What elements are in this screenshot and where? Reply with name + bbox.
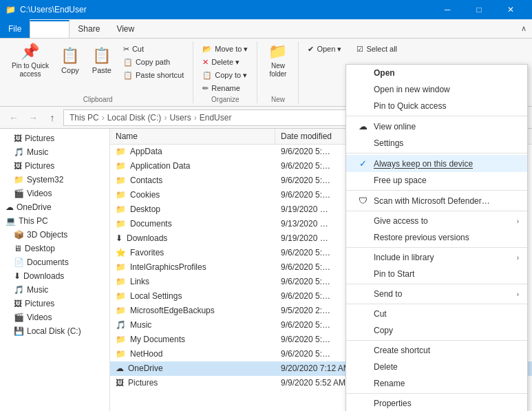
nav-item-onedrive[interactable]: ☁ OneDrive — [0, 200, 109, 214]
file-icon: 📁 — [116, 176, 126, 185]
ctx-give-access[interactable]: Give access to› — [346, 213, 527, 229]
nav-item-thispc[interactable]: 💻 This PC — [0, 214, 109, 228]
nav-item-pictures[interactable]: 🖼 Pictures — [0, 131, 109, 145]
checkmark-icon: ✓ — [357, 158, 368, 169]
nav-item-desktop[interactable]: 🖥 Desktop — [0, 242, 109, 255]
up-button[interactable]: ↑ — [44, 109, 61, 126]
copy-button[interactable]: 📋 Copy — [55, 41, 85, 80]
file-name: Music — [130, 320, 151, 330]
tab-file[interactable]: File — [0, 19, 30, 38]
ctx-always-keep[interactable]: ✓Always keep on this device — [346, 155, 527, 172]
back-button[interactable]: ← — [6, 109, 22, 126]
ctx-item-label: Scan with Microsoft Defender… — [374, 196, 490, 206]
nav-item-videos2[interactable]: 🎬 Videos — [0, 310, 109, 324]
rename-button[interactable]: ✏ Rename — [198, 82, 253, 94]
breadcrumb-users[interactable]: Users — [169, 113, 191, 123]
ctx-rename[interactable]: Rename — [346, 375, 527, 394]
file-name: Pictures — [128, 378, 158, 388]
move-to-button[interactable]: 📂 Move to ▾ — [198, 43, 253, 55]
copy-path-button[interactable]: 📋 Copy path — [118, 56, 189, 68]
file-name: AppData — [130, 147, 162, 156]
ctx-delete[interactable]: Delete — [346, 359, 527, 375]
delete-button[interactable]: ✕ Delete ▾ — [198, 56, 253, 68]
file-icon: ⬇ — [116, 233, 123, 243]
organize-small-btns: 📂 Move to ▾ ✕ Delete ▾ 📋 Copy to ▾ ✏ Ren… — [198, 43, 253, 94]
copy-path-icon: 📋 — [123, 58, 133, 67]
new-folder-button[interactable]: 📁 Newfolder — [263, 41, 293, 80]
ctx-pin-quick[interactable]: Pin to Quick access — [346, 98, 527, 116]
open-button[interactable]: ✔ Open ▾ — [303, 43, 346, 55]
nav-label-thispc: This PC — [19, 216, 48, 226]
nav-label-documents: Documents — [27, 257, 69, 267]
file-icon: 📁 — [116, 161, 126, 171]
ctx-create-shortcut[interactable]: Create shortcut — [346, 342, 527, 359]
ctx-open[interactable]: Open — [346, 65, 527, 81]
maximize-button[interactable]: □ — [463, 0, 495, 19]
submenu-arrow: › — [517, 291, 519, 298]
ribbon-collapse-btn[interactable]: ∧ — [521, 24, 526, 33]
tab-share[interactable]: Share — [70, 19, 108, 38]
breadcrumb-thispc[interactable]: This PC — [70, 113, 99, 123]
onedrive-icon: ☁ — [6, 202, 14, 212]
new-label: New — [271, 96, 285, 103]
ctx-view-online[interactable]: ☁View online — [346, 118, 527, 135]
forward-button[interactable]: → — [25, 109, 41, 126]
nav-label-system32: System32 — [27, 175, 63, 185]
file-icon: 📁 — [116, 277, 126, 286]
ctx-item-label: Open in new window — [374, 85, 450, 94]
open-btns: ✔ Open ▾ — [303, 43, 346, 55]
nav-item-pictures3[interactable]: 🖼 Pictures — [0, 297, 109, 310]
ctx-item-label: Open — [374, 68, 395, 78]
ctx-copy[interactable]: Copy — [346, 322, 527, 341]
ctx-item-label: Delete — [374, 362, 398, 372]
nav-item-music[interactable]: 🎵 Music — [0, 145, 109, 159]
ctx-settings[interactable]: Settings — [346, 135, 527, 154]
paste-button[interactable]: 📋 Paste — [87, 41, 117, 80]
ctx-item-label: Copy — [374, 326, 393, 335]
nav-item-documents[interactable]: 📄 Documents — [0, 255, 109, 269]
ctx-cut[interactable]: Cut — [346, 306, 527, 322]
nav-item-system32[interactable]: 📁 System32 — [0, 173, 109, 187]
context-menu: OpenOpen in new windowPin to Quick acces… — [345, 64, 528, 411]
tab-home[interactable]: Home — [30, 20, 70, 38]
select-all-button[interactable]: ☑ Select all — [352, 43, 402, 55]
close-button[interactable]: ✕ — [495, 0, 526, 19]
pictures3-icon: 🖼 — [14, 299, 22, 308]
nav-item-downloads[interactable]: ⬇ Downloads — [0, 269, 109, 283]
breadcrumb-enduser[interactable]: EndUser — [200, 113, 232, 123]
ctx-restore[interactable]: Restore previous versions — [346, 229, 527, 248]
nav-item-music2[interactable]: 🎵 Music — [0, 283, 109, 297]
cut-button[interactable]: ✂ Cut — [118, 43, 189, 55]
nav-item-videos[interactable]: 🎬 Videos — [0, 187, 109, 200]
ctx-free-space[interactable]: Free up space — [346, 172, 527, 191]
file-name: MicrosoftEdgeBackups — [130, 306, 215, 315]
file-name: Cookies — [130, 190, 160, 200]
file-icon: 📁 — [116, 262, 126, 272]
ctx-include-lib[interactable]: Include in library› — [346, 249, 527, 266]
downloads-icon: ⬇ — [14, 271, 21, 281]
ctx-item-label: Create shortcut — [374, 346, 430, 355]
paste-shortcut-label: Paste shortcut — [136, 71, 184, 79]
nav-label-pictures3: Pictures — [25, 299, 54, 308]
music2-icon: 🎵 — [14, 285, 24, 295]
ctx-open-new[interactable]: Open in new window — [346, 81, 527, 98]
file-name: Desktop — [130, 204, 160, 214]
ctx-send-to[interactable]: Send to› — [346, 286, 527, 304]
file-icon: 📁 — [116, 306, 126, 315]
ctx-pin-start[interactable]: Pin to Start — [346, 266, 527, 284]
ctx-scan[interactable]: 🛡Scan with Microsoft Defender… — [346, 192, 527, 211]
ctx-properties[interactable]: Properties — [346, 395, 527, 411]
nav-item-localdisk[interactable]: 💾 Local Disk (C:) — [0, 324, 109, 338]
nav-label-pictures2: Pictures — [25, 161, 54, 171]
col-header-name[interactable]: Name — [110, 129, 275, 144]
nav-item-pictures2[interactable]: 🖼 Pictures — [0, 159, 109, 173]
tab-view[interactable]: View — [108, 19, 142, 38]
ctx-item-label: Settings — [374, 138, 403, 148]
pin-to-quick-access-button[interactable]: 📌 Pin to Quickaccess — [7, 41, 54, 80]
paste-shortcut-button[interactable]: 📋 Paste shortcut — [118, 69, 189, 81]
copy-to-button[interactable]: 📋 Copy to ▾ — [198, 69, 253, 81]
cut-icon: ✂ — [123, 45, 129, 54]
minimize-button[interactable]: ─ — [432, 0, 463, 19]
nav-item-3dobjects[interactable]: 📦 3D Objects — [0, 228, 109, 242]
breadcrumb-localdisk[interactable]: Local Disk (C:) — [107, 113, 162, 123]
